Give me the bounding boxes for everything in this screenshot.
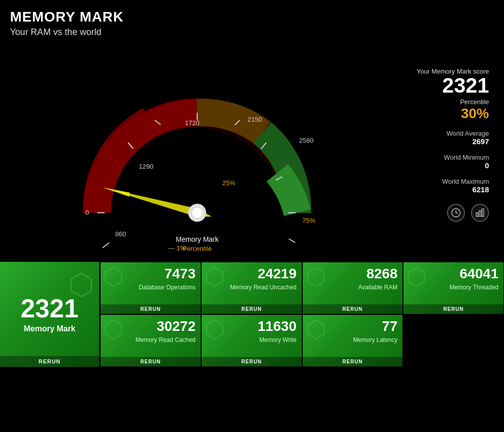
tile-bg-icon: ⬡	[103, 265, 124, 289]
tile-rerun-button[interactable]: RERUN	[202, 357, 302, 366]
tile-item: ⬡ 8268 Available RAM RERUN	[302, 262, 403, 314]
tile-bg-icon: ⬡	[406, 265, 427, 289]
svg-rect-33	[476, 213, 478, 217]
memory-mark-bg-icon: ⬡	[68, 267, 94, 302]
tile-bg-icon: ⬡	[305, 265, 326, 289]
svg-text:Percentile: Percentile	[183, 245, 212, 252]
tile-rerun-button[interactable]: RERUN	[403, 304, 503, 314]
svg-text:0: 0	[85, 209, 89, 216]
tile-item: ⬡ 7473 Database Operations RERUN	[100, 262, 201, 314]
right-panel: Your Memory Mark score 2321 Percentile 3…	[389, 43, 499, 258]
tile-item: ⬡ 24219 Memory Read Uncached RERUN	[201, 262, 302, 314]
svg-line-2	[103, 243, 109, 248]
tiles-grid: ⬡ 7473 Database Operations RERUN ⬡ 24219…	[100, 262, 504, 367]
tile-bg-icon: ⬡	[204, 317, 225, 341]
tile-rerun-button[interactable]: RERUN	[303, 304, 403, 314]
header: MEMORY MARK Your RAM vs the world	[0, 0, 504, 43]
svg-rect-35	[482, 209, 483, 217]
world-average-value: 2697	[399, 137, 489, 146]
gauge-section: 0 430 860 1290 1720 2150 2580	[5, 43, 389, 258]
tile-item: ⬡ 30272 Memory Read Cached RERUN	[100, 314, 201, 367]
world-minimum-label: World Minimum	[399, 154, 489, 161]
memory-mark-name: Memory Mark	[24, 324, 75, 333]
world-average-label: World Average	[399, 130, 489, 137]
world-minimum-value: 0	[399, 161, 489, 170]
svg-line-20	[289, 239, 295, 243]
svg-text:Memory Mark: Memory Mark	[176, 235, 219, 243]
world-maximum-label: World Maximum	[399, 178, 489, 185]
page-subtitle: Your RAM vs the world	[10, 27, 494, 38]
world-minimum-row: World Minimum 0	[399, 154, 489, 170]
tile-bg-icon: ⬡	[204, 265, 225, 289]
tile-bg-icon: ⬡	[305, 317, 326, 341]
tile-rerun-button[interactable]: RERUN	[101, 304, 201, 314]
percentile-label: Percentile	[399, 98, 489, 106]
svg-text:75%: 75%	[302, 217, 315, 224]
tile-bg-icon: ⬡	[103, 317, 124, 341]
tile-item: ⬡ 64041 Memory Threaded RERUN	[403, 262, 504, 314]
svg-text:25%: 25%	[222, 179, 235, 187]
percentile-value: 30%	[399, 106, 489, 122]
bottom-tiles: ⬡ 2321 Memory Mark RERUN ⬡ 7473 Database…	[0, 262, 504, 367]
world-maximum-row: World Maximum 6218	[399, 178, 489, 194]
tile-rerun-button[interactable]: RERUN	[202, 304, 302, 314]
score-value: 2321	[399, 75, 489, 96]
tile-rerun-button[interactable]: RERUN	[101, 357, 201, 366]
svg-rect-34	[479, 211, 480, 217]
svg-text:860: 860	[115, 230, 126, 238]
gauge-container: 0 430 860 1290 1720 2150 2580	[57, 43, 337, 258]
world-average-row: World Average 2697	[399, 130, 489, 146]
svg-text:2150: 2150	[247, 116, 262, 123]
world-maximum-value: 6218	[399, 185, 489, 194]
speedometer-icon-button[interactable]	[447, 204, 465, 222]
tile-item: ⬡ 11630 Memory Write RERUN	[201, 314, 302, 367]
tile-rerun-button[interactable]: RERUN	[303, 357, 403, 366]
svg-text:1290: 1290	[139, 163, 153, 170]
memory-mark-tile: ⬡ 2321 Memory Mark RERUN	[0, 262, 100, 367]
gauge-svg: 0 430 860 1290 1720 2150 2580	[57, 43, 337, 258]
tile-item: ⬡ 77 Memory Latency RERUN	[302, 314, 403, 367]
svg-text:1720: 1720	[185, 119, 199, 127]
chart-icon-button[interactable]	[471, 204, 489, 222]
main-content: 0 430 860 1290 1720 2150 2580	[0, 43, 504, 258]
icons-row	[399, 204, 489, 222]
page-title: MEMORY MARK	[10, 9, 494, 25]
svg-text:2580: 2580	[299, 137, 313, 144]
memory-mark-rerun-button[interactable]: RERUN	[0, 356, 99, 367]
